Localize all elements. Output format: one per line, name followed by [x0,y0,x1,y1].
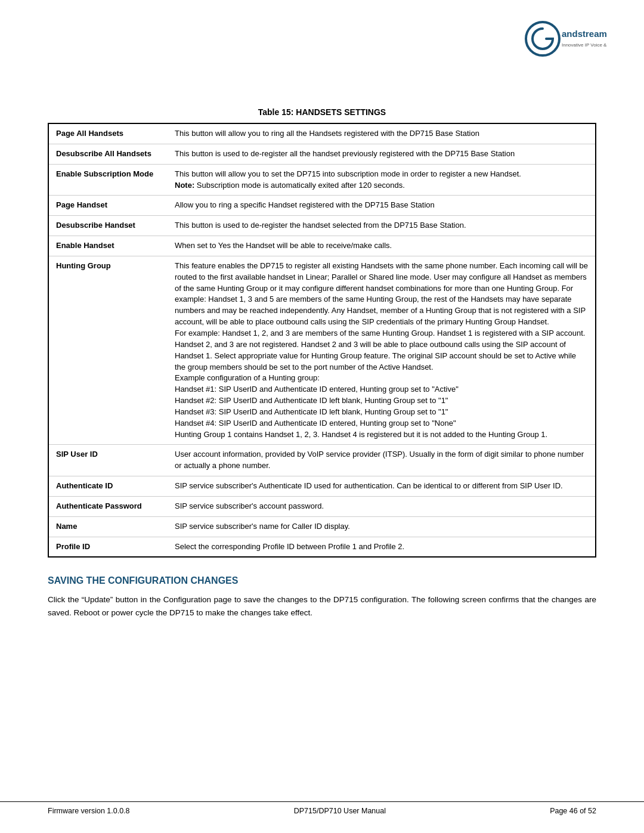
table-row: Desubscribe HandsetThis button is used t… [48,216,596,236]
table-row: Page HandsetAllow you to ring a specific… [48,196,596,216]
row-label: Page All Handsets [48,123,168,144]
row-description: Select the corresponding Profile ID betw… [168,537,596,557]
table-title: Table 15: HANDSETS SETTINGS [48,107,596,117]
row-description: This button will allow you to ring all t… [168,123,596,144]
settings-table: Page All HandsetsThis button will allow … [48,123,596,558]
table-row: SIP User IDUser account information, pro… [48,445,596,476]
svg-text:andstream: andstream [562,29,607,39]
row-label: Desubscribe Handset [48,216,168,236]
table-row: Hunting GroupThis feature enables the DP… [48,256,596,445]
table-row: Enable Subscription ModeThis button will… [48,164,596,196]
row-label: Enable Handset [48,236,168,256]
svg-point-0 [526,22,559,55]
table-row: Profile IDSelect the corresponding Profi… [48,537,596,557]
section-title: Saving The Configuration Changes [48,575,596,586]
footer-page: Page 46 of 52 [550,807,596,815]
footer-firmware: Firmware version 1.0.0.8 [48,807,130,815]
row-description: SIP service subscriber's Authenticate ID… [168,476,596,497]
page: andstream Innovative IP Voice & Video Ta… [0,0,644,833]
row-label: Hunting Group [48,256,168,445]
row-label: Page Handset [48,196,168,216]
row-description: User account information, provided by Vo… [168,445,596,476]
row-description: Allow you to ring a specific Handset reg… [168,196,596,216]
table-row: Authenticate IDSIP service subscriber's … [48,476,596,497]
row-label: Name [48,516,168,537]
row-description: This button is used to de-register the h… [168,216,596,236]
row-description: This button will allow you to set the DP… [168,164,596,196]
row-label: Desubscribe All Handsets [48,144,168,164]
row-label: Authenticate Password [48,496,168,516]
row-description: SIP service subscriber's name for Caller… [168,516,596,537]
row-label: Authenticate ID [48,476,168,497]
table-row: NameSIP service subscriber's name for Ca… [48,516,596,537]
footer-manual: DP715/DP710 User Manual [294,807,386,815]
table-row: Authenticate PasswordSIP service subscri… [48,496,596,516]
row-description: SIP service subscriber's account passwor… [168,496,596,516]
table-row: Desubscribe All HandsetsThis button is u… [48,144,596,164]
logo-area: andstream Innovative IP Voice & Video [525,18,608,60]
row-description: This feature enables the DP715 to regist… [168,256,596,445]
grandstream-logo: andstream Innovative IP Voice & Video [525,18,608,60]
table-row: Enable HandsetWhen set to Yes the Handse… [48,236,596,256]
footer: Firmware version 1.0.0.8 DP715/DP710 Use… [0,801,644,815]
section-body: Click the “Update” button in the Configu… [48,593,596,619]
row-label: SIP User ID [48,445,168,476]
row-label: Enable Subscription Mode [48,164,168,196]
table-row: Page All HandsetsThis button will allow … [48,123,596,144]
row-description: This button is used to de-register all t… [168,144,596,164]
row-label: Profile ID [48,537,168,557]
row-description: When set to Yes the Handset will be able… [168,236,596,256]
svg-text:Innovative IP Voice & Video: Innovative IP Voice & Video [562,42,608,48]
